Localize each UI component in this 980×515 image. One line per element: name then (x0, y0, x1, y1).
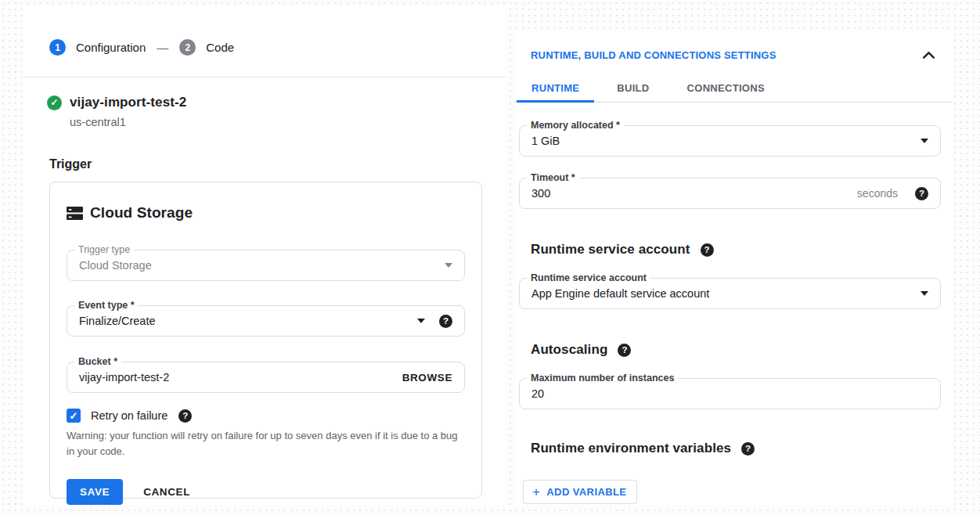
runtime-service-account-value: App Engine default service account (531, 287, 913, 300)
step-separator: — (157, 41, 168, 54)
service-account-heading-row: Runtime service account ? (531, 242, 941, 258)
timeout-input[interactable]: Timeout * 300 seconds ? (519, 178, 941, 209)
help-glyph: ? (622, 345, 627, 355)
dropdown-arrow-icon (417, 319, 425, 323)
retry-checkbox[interactable]: ✓ (67, 409, 81, 423)
autoscaling-heading: Autoscaling (531, 342, 607, 358)
trigger-type-select[interactable]: Trigger type Cloud Storage (67, 250, 465, 281)
step-1-number: 1 (55, 42, 60, 53)
retry-label: Retry on failure (91, 409, 168, 422)
env-variables-help-icon[interactable]: ? (741, 442, 755, 456)
tab-build[interactable]: BUILD (602, 73, 664, 103)
step-2-badge[interactable]: 2 (179, 39, 196, 56)
step-2-number: 2 (185, 42, 190, 53)
event-type-help-icon[interactable]: ? (439, 315, 452, 328)
retry-on-failure-row: ✓ Retry on failure ? (67, 409, 465, 423)
bucket-input[interactable]: Bucket * vijay-import-test-2 BROWSE (67, 362, 465, 393)
trigger-card-title-row: Cloud Storage (67, 204, 465, 221)
autoscaling-help-icon[interactable]: ? (618, 344, 631, 357)
autoscaling-heading-row: Autoscaling ? (531, 342, 941, 358)
env-variables-heading-row: Runtime environment variables ? (531, 441, 941, 456)
runtime-tab-content: Memory allocated * 1 GiB Timeout * 300 s… (515, 103, 953, 504)
event-type-value: Finalize/Create (79, 315, 409, 327)
function-name: vijay-import-test-2 (70, 95, 186, 110)
service-account-heading: Runtime service account (531, 242, 690, 258)
add-variable-button[interactable]: + ADD VARIABLE (523, 480, 637, 504)
function-region: us-central1 (70, 116, 126, 128)
plus-icon: + (532, 485, 540, 499)
step-1-badge[interactable]: 1 (49, 39, 66, 56)
trigger-type-value: Cloud Storage (79, 259, 437, 272)
dropdown-arrow-icon (921, 139, 928, 143)
bucket-value: vijay-import-test-2 (79, 371, 402, 384)
timeout-help-icon[interactable]: ? (915, 187, 928, 200)
memory-allocated-value: 1 GiB (531, 135, 913, 147)
help-glyph: ? (182, 411, 188, 420)
trigger-section-heading: Trigger (49, 157, 92, 171)
runtime-settings-panel: RUNTIME, BUILD AND CONNECTIONS SETTINGS … (515, 31, 953, 505)
retry-help-icon[interactable]: ? (178, 409, 192, 423)
help-glyph: ? (745, 444, 751, 453)
help-glyph: ? (704, 245, 710, 254)
chevron-up-icon[interactable] (922, 51, 935, 59)
max-instances-value: 20 (531, 387, 928, 400)
bucket-label: Bucket * (74, 356, 121, 367)
check-glyph: ✓ (70, 410, 78, 422)
tab-runtime[interactable]: RUNTIME (517, 73, 594, 103)
success-check-icon: ✓ (47, 95, 62, 110)
settings-tabs: RUNTIME BUILD CONNECTIONS (515, 73, 953, 103)
function-name-row: ✓ vijay-import-test-2 (47, 95, 186, 110)
help-glyph: ? (919, 189, 924, 198)
event-type-select[interactable]: Event type * Finalize/Create ? (67, 305, 465, 337)
memory-allocated-label: Memory allocated * (527, 120, 624, 131)
memory-allocated-select[interactable]: Memory allocated * 1 GiB (519, 125, 941, 157)
cancel-button[interactable]: CANCEL (143, 486, 190, 498)
configuration-panel: 1 Configuration — 2 Code ✓ vijay-import-… (23, 6, 506, 505)
tab-connections[interactable]: CONNECTIONS (672, 73, 780, 103)
dropdown-arrow-icon (921, 291, 928, 296)
timeout-value: 300 (531, 187, 857, 200)
stepper-divider (23, 77, 506, 77)
browse-button[interactable]: BROWSE (402, 372, 452, 384)
timeout-suffix: seconds (857, 187, 898, 200)
runtime-service-account-select[interactable]: Runtime service account App Engine defau… (519, 278, 941, 309)
max-instances-input[interactable]: Maximum number of instances 20 (519, 378, 941, 409)
trigger-card: Cloud Storage Trigger type Cloud Storage… (49, 182, 482, 499)
settings-expander-label: RUNTIME, BUILD AND CONNECTIONS SETTINGS (531, 49, 776, 61)
trigger-card-actions: SAVE CANCEL (67, 479, 465, 505)
service-account-help-icon[interactable]: ? (701, 243, 714, 257)
env-variables-heading: Runtime environment variables (531, 441, 731, 456)
add-variable-label: ADD VARIABLE (546, 486, 626, 498)
dropdown-arrow-icon (445, 263, 452, 268)
event-type-label: Event type * (74, 300, 139, 311)
check-glyph: ✓ (50, 97, 58, 108)
runtime-service-account-label: Runtime service account (527, 272, 650, 283)
stepper: 1 Configuration — 2 Code (49, 39, 245, 56)
settings-expander-header[interactable]: RUNTIME, BUILD AND CONNECTIONS SETTINGS (515, 31, 953, 61)
step-2-label[interactable]: Code (206, 41, 234, 54)
retry-warning-text: Warning: your function will retry on fai… (67, 428, 465, 459)
cloud-storage-icon (67, 206, 83, 221)
trigger-card-title: Cloud Storage (90, 204, 193, 221)
save-button[interactable]: SAVE (67, 479, 123, 505)
step-1-label[interactable]: Configuration (76, 41, 146, 54)
timeout-label: Timeout * (527, 172, 579, 183)
help-glyph: ? (443, 316, 449, 326)
trigger-type-label: Trigger type (74, 244, 134, 255)
max-instances-label: Maximum number of instances (527, 373, 678, 384)
